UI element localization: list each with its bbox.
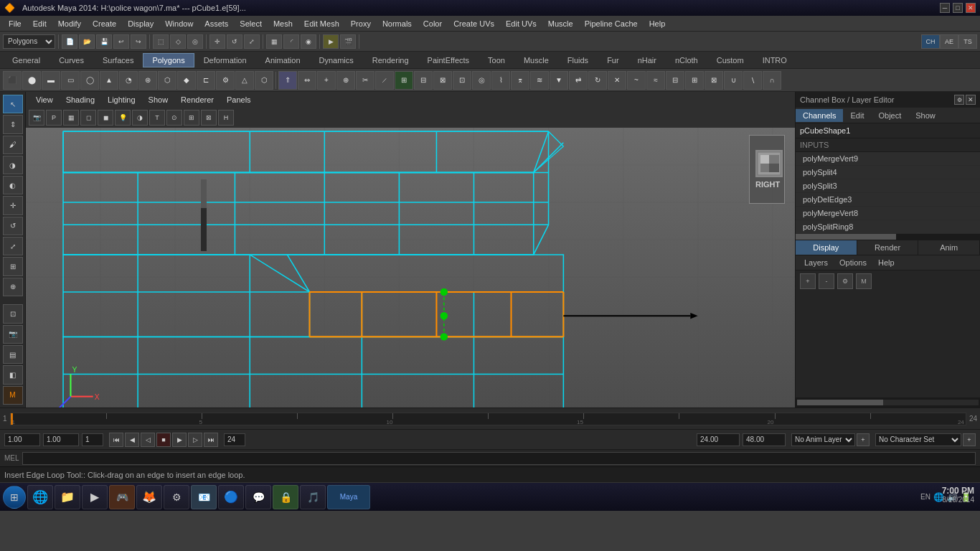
scale-btn[interactable]: ⤢ xyxy=(244,34,260,49)
tab-nhair[interactable]: nHair xyxy=(628,53,666,67)
circularize-btn[interactable]: ◎ xyxy=(472,71,491,90)
rp-membership-btn[interactable]: M xyxy=(856,273,872,289)
tab-intro[interactable]: INTRO xyxy=(753,53,796,67)
anim-layer-btn[interactable]: + xyxy=(857,433,870,446)
tab-toon[interactable]: Toon xyxy=(479,53,514,67)
render-btn[interactable]: ▶ xyxy=(323,34,339,49)
taskbar-app4[interactable]: 🔒 xyxy=(273,485,298,509)
select-mode-btn[interactable]: ↖ xyxy=(3,95,23,113)
mel-input[interactable] xyxy=(22,452,976,465)
menu-edit[interactable]: Edit xyxy=(27,18,52,29)
poly-prism-btn[interactable]: △ xyxy=(235,71,254,90)
vp-grid-btn[interactable]: ▦ xyxy=(63,110,79,126)
vp-camera-btn[interactable]: 📷 xyxy=(29,110,44,126)
vp-menu-panels[interactable]: Panels xyxy=(221,94,257,105)
flip-btn[interactable]: ⇄ xyxy=(569,71,588,90)
taskbar-app3[interactable]: 💬 xyxy=(245,485,271,509)
snap-settings-btn[interactable]: ⊡ xyxy=(3,304,23,323)
menu-normals[interactable]: Normals xyxy=(377,18,418,29)
transform-btn[interactable]: ⇕ xyxy=(3,115,23,133)
menu-edit-mesh[interactable]: Edit Mesh xyxy=(298,18,345,29)
step-fwd-btn[interactable]: ▷ xyxy=(188,433,202,447)
lasso-select-btn[interactable]: ◐ xyxy=(3,176,23,194)
combine-btn[interactable]: ⊞ xyxy=(685,71,704,90)
taskbar-chrome[interactable]: 🔵 xyxy=(218,485,244,509)
tab-polygons[interactable]: Polygons xyxy=(143,53,194,67)
taskbar-app5[interactable]: 🎵 xyxy=(300,485,326,509)
step-back-btn[interactable]: ◀ xyxy=(125,433,139,447)
boolean-diff-btn[interactable]: ∖ xyxy=(743,71,762,90)
show-manip-btn[interactable]: ⊕ xyxy=(3,278,23,296)
soft-select-btn[interactable]: ◑ xyxy=(3,156,23,174)
poly-cylinder-btn[interactable]: ▬ xyxy=(42,71,60,90)
move-btn[interactable]: ✛ xyxy=(209,34,225,49)
rp-input-0[interactable]: polyMergeVert9 xyxy=(796,152,980,166)
snap-curve-btn[interactable]: ◜ xyxy=(283,34,299,49)
anim-layer-select[interactable]: No Anim Layer xyxy=(791,433,855,446)
scale-tool-btn[interactable]: ⤢ xyxy=(3,237,23,255)
camera-btn[interactable]: 📷 xyxy=(3,325,23,344)
goto-end-btn[interactable]: ⏭ xyxy=(204,433,218,447)
tab-deformation[interactable]: Deformation xyxy=(194,53,256,67)
stop-btn[interactable]: ■ xyxy=(156,433,171,447)
vp-hud-btn[interactable]: H xyxy=(218,110,234,126)
menu-select[interactable]: Select xyxy=(234,18,268,29)
rp-tab-channels[interactable]: Channels xyxy=(796,109,843,122)
poly-helix-btn[interactable]: ⊛ xyxy=(138,71,157,90)
menu-proxy[interactable]: Proxy xyxy=(345,18,377,29)
rp-h-scroll-thumb[interactable] xyxy=(797,400,883,405)
play-back-btn[interactable]: ◁ xyxy=(141,433,155,447)
menu-file[interactable]: File xyxy=(3,18,27,29)
rp-display-tab-display[interactable]: Display xyxy=(796,240,857,255)
tab-muscle[interactable]: Muscle xyxy=(514,53,558,67)
merge-btn[interactable]: ⊕ xyxy=(336,71,355,90)
play-fwd-btn[interactable]: ▶ xyxy=(172,433,187,447)
tab-painteffects[interactable]: PaintEffects xyxy=(418,53,479,67)
menu-help[interactable]: Help xyxy=(644,18,672,29)
chamfer-btn[interactable]: ⌆ xyxy=(511,71,529,90)
vp-frame-all-btn[interactable]: ⊞ xyxy=(184,110,199,126)
redo-btn[interactable]: ↪ xyxy=(131,34,146,49)
extrude-btn[interactable]: ⇑ xyxy=(278,71,297,90)
menu-create[interactable]: Create xyxy=(87,18,122,29)
tab-custom[interactable]: Custom xyxy=(707,53,753,67)
vp-menu-lighting[interactable]: Lighting xyxy=(102,94,141,105)
render-region-btn[interactable]: ▤ xyxy=(3,345,23,364)
taskbar-settings1[interactable]: ⚙ xyxy=(164,485,189,509)
poly-pyramid-btn[interactable]: ⬡ xyxy=(255,71,273,90)
rp-layer-options-btn[interactable]: ⚙ xyxy=(837,273,853,289)
snap-point-btn[interactable]: ◉ xyxy=(301,34,316,49)
tab-animation[interactable]: Animation xyxy=(256,53,310,67)
goto-start-btn[interactable]: ⏮ xyxy=(109,433,123,447)
rp-tab-edit[interactable]: Edit xyxy=(843,109,871,122)
timeline-bar[interactable]: 1 5 10 15 20 24 xyxy=(10,413,966,425)
tab-fluids[interactable]: Fluids xyxy=(558,53,598,67)
rp-input-2[interactable]: polySplit3 xyxy=(796,179,980,193)
rp-options-btn[interactable]: Options xyxy=(835,257,871,268)
taskbar-app2[interactable]: 📧 xyxy=(191,485,217,509)
character-set-select[interactable]: No Character Set xyxy=(875,433,961,446)
save-scene-btn[interactable]: 💾 xyxy=(96,34,112,49)
frame-end-field[interactable]: 24 xyxy=(224,433,245,446)
paint-select-btn[interactable]: 🖌 xyxy=(3,136,23,154)
rp-input-1[interactable]: polySplit4 xyxy=(796,166,980,179)
anim-max-field[interactable]: 48.00 xyxy=(743,433,786,446)
poly-plane-btn[interactable]: ▭ xyxy=(61,71,80,90)
rp-layers-btn[interactable]: Layers xyxy=(800,257,832,268)
current-frame-field[interactable]: 1 xyxy=(82,433,103,446)
maximize-button[interactable]: □ xyxy=(953,3,963,13)
tab-rendering[interactable]: Rendering xyxy=(363,53,418,67)
boolean-union-btn[interactable]: ∪ xyxy=(724,71,743,90)
vp-persp-btn[interactable]: P xyxy=(46,110,62,126)
wedge-btn[interactable]: ⊡ xyxy=(453,71,471,90)
tl-playhead[interactable] xyxy=(11,413,13,425)
rotate-btn[interactable]: ↺ xyxy=(227,34,242,49)
silhouette-btn[interactable]: ◧ xyxy=(3,365,23,384)
menu-edit-uvs[interactable]: Edit UVs xyxy=(500,18,542,29)
close-button[interactable]: ✕ xyxy=(966,3,976,13)
offset-edge-loop-btn[interactable]: ⊟ xyxy=(414,71,433,90)
new-scene-btn[interactable]: 📄 xyxy=(62,34,77,49)
rp-delete-layer-btn[interactable]: - xyxy=(819,273,834,289)
split-polygon-btn[interactable]: ✂ xyxy=(356,71,374,90)
rp-help-btn[interactable]: Help xyxy=(874,257,899,268)
